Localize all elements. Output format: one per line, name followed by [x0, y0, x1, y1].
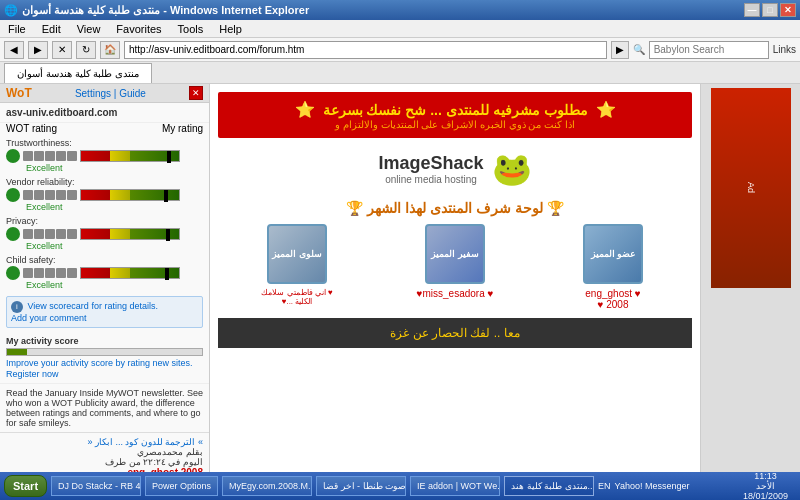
activity-links: Improve your activity score by rating ne…	[6, 358, 203, 368]
sys-messenger-label: Yahoo! Messenger	[615, 481, 690, 491]
home-button[interactable]: 🏠	[100, 41, 120, 59]
address-input[interactable]	[124, 41, 607, 59]
improve-text: Improve your activity score by rating ne…	[6, 358, 193, 368]
menu-edit[interactable]: Edit	[38, 21, 65, 37]
vendor-reliability-row: Vendor reliability: Excellent	[0, 175, 209, 214]
star-icon-left: ⭐	[596, 100, 616, 119]
taskbar-item-5[interactable]: منتدى طلبة كلية هند...	[504, 476, 594, 496]
member-badge-0: عضو المميز	[583, 224, 643, 284]
side-ad-text: Ad	[746, 182, 756, 193]
wot-settings-link[interactable]: Settings | Guide	[75, 88, 146, 99]
member-badge-text-1: سفير المميز	[429, 247, 481, 261]
clock-date: 18/01/2009	[743, 491, 788, 500]
wot-panel: WoT Settings | Guide ✕ asv-univ.editboar…	[0, 84, 210, 474]
member-card-1: سفير المميز ♥ miss_esadora♥	[415, 224, 495, 310]
sys-en-label: EN	[598, 481, 611, 491]
member-badge-text-2: سلوى المميز	[270, 247, 324, 261]
privacy-row: Privacy: Excellent	[0, 214, 209, 253]
taskbar-item-4[interactable]: IE addon | WOT We...	[410, 476, 500, 496]
trophy-icon-left: 🏆	[547, 200, 564, 216]
honor-title-text: لوحة شرف المنتدى لهذا الشهر	[367, 200, 543, 216]
child-safety-icon	[6, 266, 20, 280]
start-button[interactable]: Start	[4, 475, 47, 497]
vendor-reliability-status: Excellent	[6, 202, 203, 212]
clock-day: الأحد	[743, 481, 788, 491]
banner-text: مطلوب مشرفيه للمنتدى ... شح نفسك بسرعة	[323, 102, 588, 118]
trustworthiness-bar	[80, 150, 180, 162]
menu-file[interactable]: File	[4, 21, 30, 37]
info-icon: i	[11, 301, 23, 313]
wot-site-name: asv-univ.editboard.com	[0, 103, 209, 123]
close-button[interactable]: ✕	[780, 3, 796, 17]
maximize-button[interactable]: □	[762, 3, 778, 17]
privacy-label: Privacy:	[6, 216, 203, 226]
child-safety-bar	[80, 267, 180, 279]
member-card-0: عضو المميز ♥ eng_ghost 2008 ♥	[573, 224, 653, 310]
wot-logo: WoT	[6, 86, 32, 100]
taskbar-item-3[interactable]: صوت طنطا - اخر قضا...	[316, 476, 406, 496]
taskbar-item-1[interactable]: Power Options	[145, 476, 218, 496]
minimize-button[interactable]: —	[744, 3, 760, 17]
window-title: منتدى طلبة كلية هندسة أسوان - Windows In…	[22, 4, 309, 17]
main-layout: WoT Settings | Guide ✕ asv-univ.editboar…	[0, 84, 800, 474]
wot-close-button[interactable]: ✕	[189, 86, 203, 100]
taskbar-sys: EN Yahoo! Messenger	[598, 481, 689, 491]
taskbar-item-0[interactable]: DJ Do Stackz - RB 4...	[51, 476, 141, 496]
wot-rating-labels: WOT rating My rating	[0, 123, 209, 136]
right-sidebar: Ad	[700, 84, 800, 474]
menu-help[interactable]: Help	[215, 21, 246, 37]
wot-header: WoT Settings | Guide ✕	[0, 84, 209, 103]
wot-activity: My activity score Improve your activity …	[0, 332, 209, 383]
forum-date: اليوم في ٢٢:٢٤ من طرف	[6, 457, 203, 467]
activity-label: My activity score	[6, 336, 203, 346]
trophy-icon-right: 🏆	[346, 200, 363, 216]
menu-favorites[interactable]: Favorites	[112, 21, 165, 37]
forward-button[interactable]: ▶	[28, 41, 48, 59]
browser-icon: 🌐	[4, 4, 18, 17]
vendor-reliability-bar	[80, 189, 180, 201]
forum-post-info: بقلم محمدمصري	[6, 447, 203, 457]
go-button[interactable]: ▶	[611, 41, 629, 59]
imageshack-title: ImageShack	[378, 153, 483, 174]
privacy-icon	[6, 227, 20, 241]
child-safety-label: Child safety:	[6, 255, 203, 265]
child-safety-row: Child safety: Excellent	[0, 253, 209, 292]
member-name-0: ♥ eng_ghost 2008 ♥	[573, 288, 653, 310]
top-banner: ⭐ مطلوب مشرفيه للمنتدى ... شح نفسك بسرعة…	[218, 92, 692, 138]
vendor-reliability-icon	[6, 188, 20, 202]
wot-newsletter: Read the January Inside MyWOT newsletter…	[0, 383, 209, 432]
members-row: عضو المميز ♥ eng_ghost 2008 ♥ سفير الممي…	[218, 224, 692, 310]
menu-bar: File Edit View Favorites Tools Help	[0, 20, 800, 38]
trustworthiness-icon	[6, 149, 20, 163]
trustworthiness-row: Trustworthiness: Excellent	[0, 136, 209, 175]
trustworthiness-status: Excellent	[6, 163, 203, 173]
bottom-banner: معا .. لفك الحصار عن غزة	[218, 318, 692, 348]
add-comment-link[interactable]: Add your comment	[11, 313, 87, 323]
member-name-2: ♥ اني فاطمتي سلامك الكلية ...♥	[257, 288, 337, 306]
privacy-stars	[23, 229, 77, 239]
stop-button[interactable]: ✕	[52, 41, 72, 59]
tab-0[interactable]: منتدى طلبة كلية هندسة أسوان	[4, 63, 152, 83]
refresh-button[interactable]: ↻	[76, 41, 96, 59]
back-button[interactable]: ◀	[4, 41, 24, 59]
frog-icon: 🐸	[492, 150, 532, 188]
wot-info-box: i View scorecard for rating details. Add…	[6, 296, 203, 328]
child-safety-stars	[23, 268, 77, 278]
banner-subtext: اذا كنت من ذوي الخبره الاشراف على المنتد…	[234, 119, 676, 130]
forum-preview: » الترجمة للدون كود ... ابكار « بقلم محم…	[0, 432, 209, 474]
wot-my-rating-label: My rating	[162, 123, 203, 134]
newsletter-text: Read the January Inside MyWOT newsletter…	[6, 388, 203, 428]
clock-time: 11:13	[743, 471, 788, 481]
forum-link-1[interactable]: » الترجمة للدون كود ... ابكار «	[6, 437, 203, 447]
menu-tools[interactable]: Tools	[174, 21, 208, 37]
register-link[interactable]: Register now	[6, 369, 59, 379]
taskbar-item-2[interactable]: MyEgy.com.2008.M...	[222, 476, 312, 496]
scorecard-link[interactable]: View scorecard for rating details.	[28, 301, 158, 311]
links-label: Links	[773, 44, 796, 55]
taskbar-clock: 11:13 الأحد 18/01/2009	[735, 471, 796, 500]
search-input[interactable]	[649, 41, 769, 59]
imageshack-sub: online media hosting	[378, 174, 483, 185]
vendor-stars	[23, 190, 77, 200]
imageshack-box: 🐸 ImageShack online media hosting	[218, 146, 692, 192]
menu-view[interactable]: View	[73, 21, 105, 37]
